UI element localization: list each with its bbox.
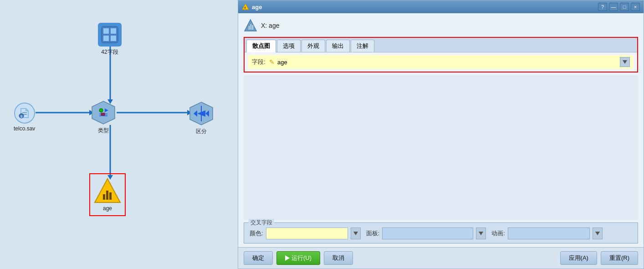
tab-bar: 散点图 选项 外观 输出 注解 [245,38,637,52]
x-axis-header: X: age [244,17,638,34]
run-icon [285,255,290,261]
svg-marker-32 [242,4,249,10]
dialog-title-text: age [252,4,262,10]
x-axis-triangle-icon [244,19,257,32]
svg-text:S: S [20,115,22,118]
field-value-input[interactable] [276,58,616,67]
tab-output[interactable]: 输出 [326,40,350,52]
tab-options[interactable]: 选项 [277,40,301,52]
svg-rect-33 [245,7,245,9]
run-button-label: 运行(U) [291,254,312,262]
dialog-footer: 确定 运行(U) 取消 应用(A) 重置(R) [238,247,644,269]
dialog-titlebar: age ? — □ × [238,0,644,13]
apply-button[interactable]: 应用(A) [560,251,597,265]
tab-scatterplot[interactable]: 散点图 [246,40,276,52]
cross-fields-section: 交叉字段 颜色: 面板: [244,222,638,243]
svg-point-18 [99,109,103,112]
animation-field-group: 动画: [491,228,603,239]
node-zone-label: 区分 [196,128,207,135]
svg-rect-36 [250,24,251,30]
svg-marker-39 [353,232,358,235]
animation-input[interactable] [508,228,590,239]
svg-rect-9 [103,28,109,34]
dialog-title-buttons: ? — □ × [598,3,640,11]
pencil-icon: ✎ [269,58,275,66]
field-label: 字段: [252,58,266,66]
color-dropdown-button[interactable] [351,228,361,239]
dialog-title-icon [242,3,249,10]
panel-input[interactable] [382,228,473,239]
animation-label: 动画: [491,229,505,238]
field-input-wrapper: ✎ [269,58,616,67]
tab-annotation[interactable]: 注解 [351,40,374,52]
middle-empty-area [244,75,638,220]
node-type[interactable]: 类型 [91,100,116,134]
confirm-button[interactable]: 确定 [244,251,273,265]
dialog-title: age [242,3,262,10]
svg-marker-40 [479,232,483,235]
tab-content: 字段: ✎ [245,52,637,72]
svg-rect-12 [111,36,116,41]
svg-rect-11 [103,36,109,41]
svg-marker-17 [92,101,115,124]
age-dialog: age ? — □ × X: age 散点图 选项 外观 [238,0,644,269]
panel-dropdown-button[interactable] [476,228,486,239]
color-label: 颜色: [250,229,263,238]
run-button[interactable]: 运行(U) [276,251,320,265]
reset-button[interactable]: 重置(R) [601,251,638,265]
node-age[interactable]: age [89,173,126,216]
maximize-button[interactable]: □ [620,3,629,11]
minimize-button[interactable]: — [609,3,618,11]
field-row: 字段: ✎ [248,55,634,69]
cancel-button[interactable]: 取消 [324,251,353,265]
footer-right-buttons: 应用(A) 重置(R) [560,251,638,265]
node-42fields-label: 42字段 [101,48,118,56]
field-dropdown-button[interactable] [620,57,630,67]
x-axis-label: X: age [261,22,279,29]
tab-panel: 散点图 选项 外观 输出 注解 字段: ✎ [244,37,638,72]
color-input[interactable] [266,228,348,239]
svg-rect-35 [249,26,250,30]
svg-marker-41 [595,232,600,235]
node-zone[interactable]: 区分 [189,101,214,135]
workflow-canvas: 42字段 S telco.sav 类型 [0,0,237,269]
panel-field-group: 面板: [366,228,486,239]
dialog-body: X: age 散点图 选项 外观 输出 注解 字段: ✎ [238,13,644,247]
help-button[interactable]: ? [598,3,607,11]
node-age-label: age [103,205,112,212]
node-type-label: 类型 [98,127,109,134]
footer-left-buttons: 确定 运行(U) 取消 [244,251,353,265]
svg-rect-31 [109,192,112,200]
animation-dropdown-button[interactable] [593,228,603,239]
cross-fields-row: 颜色: 面板: 动画: [250,228,632,239]
panel-label: 面板: [366,229,380,238]
svg-rect-37 [252,25,253,30]
svg-marker-38 [623,60,627,64]
node-telco[interactable]: S telco.sav [14,103,35,132]
cross-fields-title: 交叉字段 [249,219,274,227]
svg-rect-10 [111,28,116,34]
close-button[interactable]: × [631,3,640,11]
node-42fields[interactable]: 42字段 [98,23,122,56]
node-telco-label: telco.sav [14,125,35,132]
color-field-group: 颜色: [250,228,361,239]
svg-rect-30 [106,191,108,200]
tab-appearance[interactable]: 外观 [302,40,325,52]
svg-rect-29 [103,194,105,200]
